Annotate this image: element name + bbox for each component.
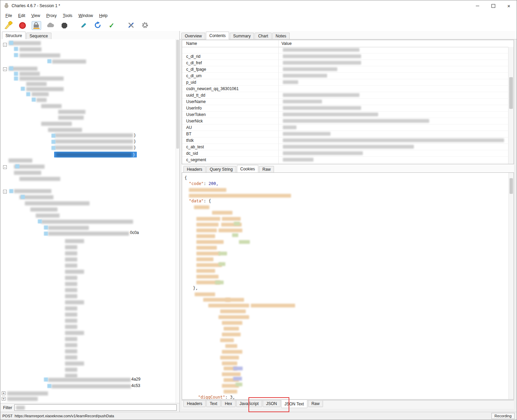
settings-button[interactable]: [140, 21, 150, 30]
tree-collapse-icon[interactable]: -: [3, 190, 7, 194]
tree-scrollbar-thumb[interactable]: [176, 40, 179, 149]
menu-edit[interactable]: Edit: [15, 12, 28, 19]
clear-session-button[interactable]: [4, 21, 13, 30]
close-icon: ×: [507, 3, 511, 9]
tab-raw[interactable]: Raw: [259, 166, 274, 172]
table-scrollbar[interactable]: [508, 47, 514, 164]
table-row[interactable]: uuid_tt_dd: [182, 92, 508, 99]
tab-overview[interactable]: Overview: [181, 33, 205, 39]
tree-collapse-icon[interactable]: -: [3, 165, 7, 169]
table-row[interactable]: dc_sid: [182, 150, 508, 157]
tab-structure[interactable]: Structure: [2, 32, 26, 39]
menu-view[interactable]: View: [28, 12, 43, 19]
blurred-content: [196, 269, 215, 273]
tab-cookies[interactable]: Cookies: [237, 165, 258, 173]
toolbar: ✓: [0, 20, 517, 31]
menu-file[interactable]: File: [2, 12, 15, 19]
blurred-content: [224, 327, 239, 331]
tab-notes[interactable]: Notes: [272, 33, 290, 39]
tab-text[interactable]: Text: [206, 401, 221, 407]
blurred-content: [220, 338, 234, 342]
blurred-content: [26, 82, 47, 86]
tab-summary[interactable]: Summary: [230, 33, 254, 39]
column-header-value[interactable]: Value: [281, 41, 292, 46]
menu-tools[interactable]: Tools: [60, 12, 76, 19]
tab-raw[interactable]: Raw: [308, 401, 323, 407]
table-row[interactable]: AU: [182, 124, 508, 131]
tab-headers[interactable]: Headers: [183, 401, 206, 407]
tree-item-icon: [51, 140, 55, 144]
json-scrollbar[interactable]: [508, 173, 514, 399]
tab-hex[interactable]: Hex: [221, 401, 235, 407]
table-row[interactable]: UserName: [182, 99, 508, 105]
menu-proxy[interactable]: Proxy: [43, 12, 60, 19]
throttle-button[interactable]: [46, 21, 55, 30]
blurred-content: [222, 217, 241, 221]
tab-sequence[interactable]: Sequence: [26, 33, 51, 39]
table-row[interactable]: [182, 47, 508, 53]
json-scrollbar-thumb[interactable]: [510, 178, 513, 194]
recording-indicator[interactable]: Recording: [491, 413, 515, 419]
validate-button[interactable]: ✓: [107, 21, 116, 30]
tab-contents[interactable]: Contents: [206, 32, 229, 39]
cookie-rows: c_dl_ridc_dl_frefc_dl_fpagec_dl_ump_uidc…: [182, 47, 508, 164]
tab-javascript[interactable]: JavaScript: [236, 401, 262, 407]
breakpoints-button[interactable]: [60, 21, 69, 30]
filter-input[interactable]: [14, 404, 177, 411]
cookie-name: uuid_tt_dd: [186, 93, 205, 98]
blurred-content: [41, 220, 133, 224]
table-row[interactable]: p_uid: [182, 79, 508, 86]
tab-chart[interactable]: Chart: [255, 33, 271, 39]
close-button[interactable]: ×: [501, 0, 517, 11]
record-button[interactable]: [18, 21, 27, 30]
tab-json-text[interactable]: JSON Text: [281, 400, 307, 408]
table-scrollbar-thumb[interactable]: [509, 77, 513, 109]
cookie-name: csdn_newcert_qq_36301061: [186, 86, 239, 91]
tree-expand-icon[interactable]: +: [2, 397, 5, 401]
compose-button[interactable]: [79, 21, 88, 30]
blurred-cookie-value: [283, 132, 330, 136]
json-data-line: "data": {: [189, 199, 211, 203]
table-row[interactable]: c_dl_rid: [182, 53, 508, 60]
request-tree[interactable]: ----++))))0c0a4a294c53: [0, 39, 179, 403]
blurred-cookie-value: [283, 74, 327, 78]
minimize-icon: [476, 6, 479, 6]
blurred-content: [48, 378, 131, 382]
column-header-name[interactable]: Name: [186, 41, 197, 46]
ssl-proxying-button[interactable]: [32, 21, 41, 30]
table-row[interactable]: c_dl_um: [182, 73, 508, 79]
table-row[interactable]: c_dl_fref: [182, 60, 508, 66]
table-row[interactable]: tfstk: [182, 137, 508, 144]
json-close-line: },: [193, 286, 198, 290]
cookie-table: Name Value c_dl_ridc_dl_frefc_dl_fpagec_…: [182, 40, 514, 164]
blurred-content: [55, 133, 133, 137]
repeat-button[interactable]: [93, 21, 102, 30]
table-row[interactable]: c_dl_fpage: [182, 66, 508, 73]
tools-button[interactable]: [126, 21, 136, 30]
cookie-name: dc_sid: [186, 151, 198, 156]
tree-scrollbar[interactable]: [176, 39, 179, 403]
tab-json[interactable]: JSON: [263, 401, 280, 407]
tree-expand-icon[interactable]: +: [2, 391, 5, 395]
menu-help[interactable]: Help: [96, 12, 111, 19]
cookie-name: c_dl_fpage: [186, 67, 206, 72]
tree-collapse-icon[interactable]: -: [3, 43, 7, 47]
table-row[interactable]: csdn_newcert_qq_36301061: [182, 86, 508, 92]
refresh-icon: [94, 21, 101, 30]
table-row[interactable]: c_ab_test: [182, 144, 508, 150]
table-row[interactable]: c_segment: [182, 157, 508, 163]
minimize-button[interactable]: [470, 0, 485, 11]
tree-item-icon: [47, 59, 51, 63]
blurred-content: [224, 390, 237, 393]
menu-window[interactable]: Window: [76, 12, 96, 19]
tree-item-icon: [47, 384, 51, 388]
table-row[interactable]: BT: [182, 131, 508, 137]
tree-collapse-icon[interactable]: -: [3, 67, 7, 71]
tab-headers[interactable]: Headers: [183, 166, 206, 172]
tab-query-string[interactable]: Query String: [206, 166, 236, 172]
table-row[interactable]: UserToken: [182, 112, 508, 118]
maximize-button[interactable]: [485, 0, 501, 11]
table-row[interactable]: UserInfo: [182, 105, 508, 112]
table-row[interactable]: UserNick: [182, 118, 508, 124]
blurred-cookie-value: [283, 67, 337, 71]
